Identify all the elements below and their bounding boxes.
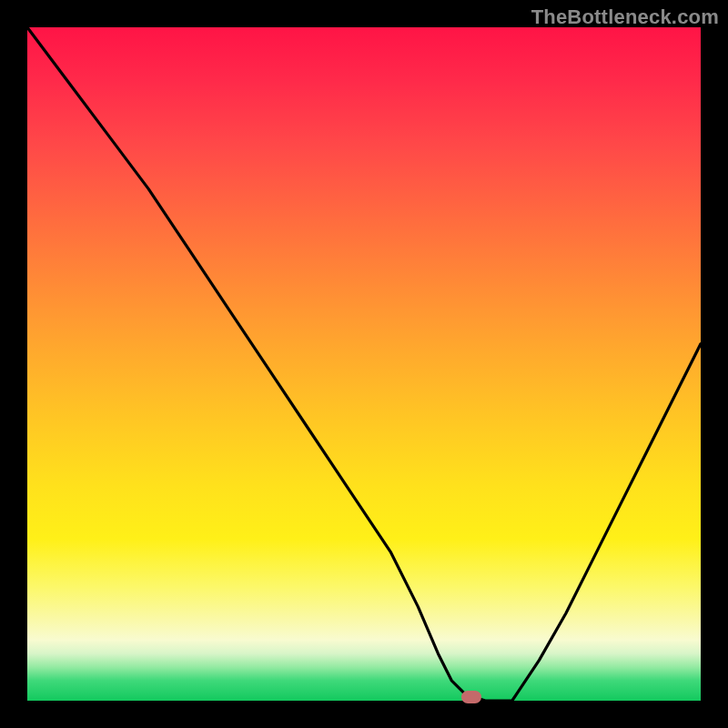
optimal-marker <box>461 691 481 703</box>
watermark-label: TheBottleneck.com <box>531 5 719 29</box>
plot-area <box>27 27 701 701</box>
bottleneck-curve <box>27 27 701 701</box>
chart-frame: TheBottleneck.com <box>0 0 728 728</box>
